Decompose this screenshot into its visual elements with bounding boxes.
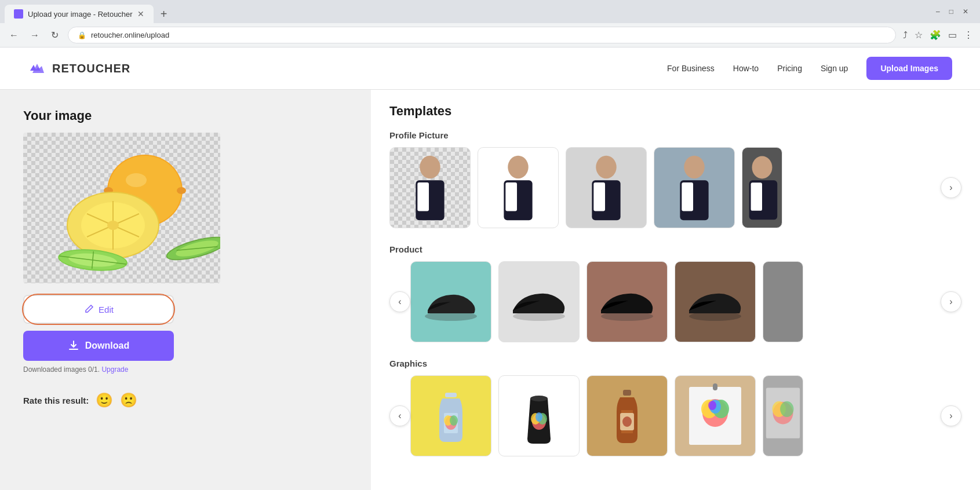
svg-point-4 <box>177 187 186 194</box>
back-button[interactable]: ← <box>7 28 21 43</box>
window-controls: – □ ✕ <box>929 8 975 20</box>
bottle-graphic <box>428 381 474 451</box>
shoe-graphic <box>416 279 486 325</box>
right-panel: Templates Profile Picture <box>371 90 980 490</box>
svg-point-49 <box>535 412 542 422</box>
upgrade-link[interactable]: Upgrade <box>101 365 128 374</box>
shoe-graphic <box>592 279 662 325</box>
graphics-scroll-next-button[interactable]: › <box>941 405 961 426</box>
tab-title: Upload your image - Retoucher <box>28 10 133 19</box>
maximize-button[interactable]: □ <box>949 8 953 16</box>
svg-rect-50 <box>623 390 631 396</box>
template-card[interactable] <box>410 375 491 456</box>
logo-text: RETOUCHER <box>52 62 130 75</box>
template-card[interactable] <box>675 375 756 456</box>
svg-point-11 <box>107 221 119 230</box>
shoe-graphic <box>680 279 750 325</box>
tab-close-button[interactable]: ✕ <box>137 9 144 19</box>
svg-point-21 <box>420 156 440 178</box>
happy-rating-button[interactable]: 🙂 <box>96 392 113 408</box>
browser-chrome: Upload your image - Retoucher ✕ + – □ ✕ … <box>0 0 980 47</box>
site-header: RETOUCHER For Business How-to Pricing Si… <box>0 47 980 90</box>
product-scroll-prev-button[interactable]: ‹ <box>389 291 410 312</box>
profile-picture-section: Profile Picture <box>389 130 961 228</box>
template-card[interactable] <box>654 147 735 228</box>
template-card[interactable] <box>566 147 647 228</box>
svg-rect-29 <box>593 182 605 211</box>
forward-button[interactable]: → <box>28 28 42 43</box>
product-templates-scroll <box>410 261 941 342</box>
logo[interactable]: RETOUCHER <box>28 59 130 78</box>
person-silhouette <box>742 147 782 228</box>
url-text: retoucher.online/upload <box>91 31 169 39</box>
svg-rect-23 <box>417 182 429 211</box>
svg-rect-59 <box>713 383 717 390</box>
template-card[interactable] <box>586 261 668 342</box>
profile-picture-row: › <box>389 147 961 228</box>
rating-section: Rate this result: 🙂 🙁 <box>23 392 348 408</box>
person-silhouette <box>566 147 646 228</box>
template-card[interactable] <box>478 147 559 228</box>
template-card[interactable] <box>410 261 491 342</box>
shoe-graphic <box>504 279 574 325</box>
person-silhouette <box>654 147 734 228</box>
product-section: Product ‹ <box>389 244 961 342</box>
template-card[interactable] <box>675 261 756 342</box>
profile-scroll-next-button[interactable]: › <box>941 177 961 198</box>
svg-rect-26 <box>505 182 517 211</box>
graphics-label: Graphics <box>389 359 961 368</box>
extensions-icon[interactable]: 🧩 <box>930 30 941 41</box>
graphic-partial <box>763 381 803 451</box>
edit-button[interactable]: Edit <box>23 295 174 324</box>
sad-rating-button[interactable]: 🙁 <box>120 392 137 408</box>
templates-title: Templates <box>389 104 961 119</box>
template-card[interactable] <box>498 261 580 342</box>
template-card-partial[interactable] <box>763 375 803 456</box>
bookmark-icon[interactable]: ☆ <box>915 30 923 41</box>
download-note: Downloaded images 0/1. Upgrade <box>23 365 348 374</box>
graphics-scroll-prev-button[interactable]: ‹ <box>389 405 410 426</box>
svg-point-52 <box>622 416 632 427</box>
cup-graphic <box>516 381 562 451</box>
browser-actions: ⤴ ☆ 🧩 ▭ ⋮ <box>903 30 973 41</box>
template-card[interactable] <box>389 147 471 228</box>
svg-point-45 <box>530 396 548 401</box>
template-card[interactable] <box>498 375 580 456</box>
sidebar-toggle-icon[interactable]: ▭ <box>948 30 957 41</box>
active-tab[interactable]: Upload your image - Retoucher ✕ <box>5 5 154 23</box>
lemon-image <box>23 133 220 283</box>
reload-button[interactable]: ↻ <box>49 27 61 43</box>
svg-rect-35 <box>751 182 762 211</box>
svg-rect-40 <box>445 393 457 397</box>
template-card-partial[interactable] <box>763 261 803 342</box>
svg-point-2 <box>126 173 147 187</box>
url-bar[interactable]: 🔒 retoucher.online/upload <box>68 27 896 43</box>
close-button[interactable]: ✕ <box>963 8 968 16</box>
lock-icon: 🔒 <box>78 31 86 39</box>
template-card-partial[interactable] <box>742 147 782 228</box>
profile-templates-scroll <box>389 147 941 228</box>
how-to-link[interactable]: How-to <box>733 64 759 73</box>
svg-point-24 <box>508 156 528 178</box>
menu-icon[interactable]: ⋮ <box>964 30 973 41</box>
logo-icon <box>28 59 46 78</box>
tab-favicon <box>14 9 23 19</box>
upload-images-button[interactable]: Upload Images <box>866 57 952 80</box>
product-row: ‹ <box>389 261 961 342</box>
product-scroll-next-button[interactable]: › <box>941 291 961 312</box>
new-tab-button[interactable]: + <box>156 5 172 23</box>
download-button[interactable]: Download <box>23 331 174 361</box>
graphics-templates-scroll <box>410 375 941 456</box>
main-content: Your image <box>0 90 980 490</box>
for-business-link[interactable]: For Business <box>667 64 715 73</box>
share-icon[interactable]: ⤴ <box>903 30 908 41</box>
template-card[interactable] <box>586 375 668 456</box>
person-silhouette <box>390 147 470 228</box>
rating-label: Rate this result: <box>23 396 89 405</box>
sign-up-link[interactable]: Sign up <box>821 64 848 73</box>
pricing-link[interactable]: Pricing <box>777 64 802 73</box>
person-silhouette <box>478 147 558 228</box>
svg-point-33 <box>752 156 773 179</box>
minimize-button[interactable]: – <box>936 8 940 16</box>
bottle2-graphic <box>604 381 650 451</box>
